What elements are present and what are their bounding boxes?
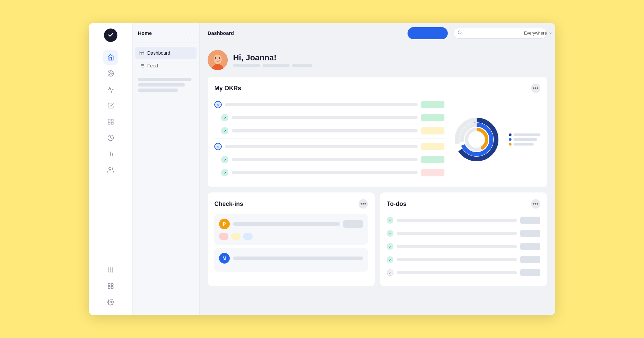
search-icon	[458, 30, 462, 36]
legend-item-2	[509, 138, 540, 141]
okr-sub-bar-2-1	[232, 158, 418, 161]
svg-point-14	[112, 268, 113, 268]
svg-point-15	[108, 270, 109, 270]
todo-badge-1	[520, 217, 540, 224]
left-nav-items: Dashboard Feed	[132, 43, 199, 76]
svg-rect-5	[108, 122, 110, 124]
checkin-tag-yellow	[231, 233, 240, 240]
left-nav-title: Home	[138, 30, 152, 36]
profile-tag-1	[233, 64, 260, 67]
checkin-bar-2	[233, 257, 363, 260]
svg-point-19	[110, 272, 111, 272]
checkins-menu-button[interactable]: •••	[359, 199, 368, 209]
okr-icon-2: ○	[214, 143, 222, 150]
add-button[interactable]	[408, 27, 448, 39]
left-nav-header: Home ←	[132, 23, 199, 43]
okr-sub-icon-2-1: ↗	[221, 156, 228, 163]
svg-point-16	[110, 270, 111, 270]
sidebar-item-settings[interactable]	[103, 295, 118, 309]
search-input[interactable]	[465, 31, 521, 36]
okr-sub-bar-2-2	[232, 171, 418, 174]
todos-menu-button[interactable]: •••	[531, 199, 540, 209]
svg-point-43	[220, 58, 222, 60]
search-dropdown[interactable]: Everywhere	[524, 31, 552, 36]
todo-row-3: ↗	[387, 240, 540, 253]
placeholder-3	[138, 89, 178, 92]
legend-bar-1	[514, 133, 540, 136]
main-content: Dashboard Everywhere	[200, 23, 555, 315]
okrs-chart-section	[450, 98, 540, 180]
sidebar-item-reports[interactable]	[103, 82, 118, 97]
search-dropdown-label: Everywhere	[524, 31, 547, 36]
svg-point-25	[110, 301, 111, 303]
okr-bar-2	[225, 145, 418, 148]
checkin-tag-blue	[243, 233, 253, 240]
okrs-menu-button[interactable]: •••	[531, 83, 540, 93]
todo-bar-1	[397, 219, 517, 222]
okr-badge-2	[421, 143, 444, 150]
okr-icon-1: ○	[214, 101, 222, 108]
checkin-header-2: M	[219, 253, 363, 264]
avatar-image	[208, 50, 228, 70]
svg-line-36	[461, 33, 462, 34]
todo-check-1: ✓	[387, 217, 393, 224]
nav-item-dashboard[interactable]: Dashboard	[135, 47, 197, 59]
okr-bar-1	[225, 103, 418, 106]
legend-dot-3	[509, 143, 512, 146]
topbar-title: Dashboard	[208, 30, 402, 36]
profile-greeting: Hi, Joanna!	[233, 53, 312, 62]
legend-bar-2	[514, 138, 537, 141]
todo-bar-3	[397, 245, 517, 248]
checkin-item-1: P	[214, 214, 368, 245]
svg-point-40	[215, 57, 216, 59]
svg-rect-22	[111, 284, 113, 286]
okr-group-1: ○ ↗ ↗	[214, 98, 444, 137]
okr-sub-icon-1-2: ↗	[221, 127, 228, 134]
okr-row-1: ○	[214, 98, 444, 111]
svg-rect-4	[111, 119, 113, 121]
sidebar-item-goals[interactable]	[103, 66, 118, 81]
sidebar-item-team[interactable]	[103, 163, 118, 177]
sidebar-item-apps[interactable]	[103, 263, 118, 277]
sidebar-item-grid[interactable]	[103, 114, 118, 129]
checkin-avatar-2: M	[219, 253, 230, 264]
okr-badge-1	[421, 101, 444, 108]
checkin-tag-pink	[219, 233, 228, 240]
svg-rect-6	[111, 122, 113, 124]
profile-info: Hi, Joanna!	[233, 53, 312, 67]
profile-header: Hi, Joanna!	[208, 50, 547, 70]
nav-item-feed-label: Feed	[147, 63, 158, 68]
nav-item-dashboard-label: Dashboard	[147, 50, 170, 56]
svg-point-41	[219, 57, 220, 59]
svg-point-12	[108, 268, 109, 268]
todo-row-2: ✓	[387, 227, 540, 240]
sidebar-bottom	[103, 263, 118, 315]
sidebar-item-dashboard[interactable]	[103, 279, 118, 293]
sidebar-item-analytics[interactable]	[103, 147, 118, 161]
svg-point-42	[213, 58, 216, 60]
okrs-content: ○ ↗ ↗	[214, 98, 540, 180]
okr-sub-row-2-1: ↗	[214, 153, 444, 166]
left-nav-back-button[interactable]: ←	[189, 30, 194, 36]
legend-bar-3	[514, 143, 534, 146]
todo-check-4: ↗	[387, 256, 393, 263]
table-icon	[139, 50, 145, 56]
topbar: Dashboard Everywhere	[200, 23, 555, 43]
todo-badge-4	[520, 256, 540, 263]
checkin-btn-1[interactable]	[343, 220, 363, 228]
okr-row-2: ○	[214, 138, 444, 153]
svg-point-18	[108, 272, 109, 272]
app-logo[interactable]	[104, 29, 117, 42]
avatar	[208, 50, 228, 70]
sidebar-nav	[89, 47, 132, 180]
sidebar-item-history[interactable]	[103, 130, 118, 145]
profile-tags	[233, 64, 312, 67]
nav-item-feed[interactable]: Feed	[135, 60, 197, 72]
sidebar-item-home[interactable]	[103, 50, 118, 65]
checkins-title: Check-ins	[214, 201, 243, 208]
checkin-bar-1	[233, 222, 340, 226]
todo-row-1: ✓	[387, 214, 540, 227]
sidebar-item-tasks[interactable]	[103, 98, 118, 113]
search-container: Everywhere	[453, 28, 547, 39]
okrs-list: ○ ↗ ↗	[214, 98, 444, 180]
